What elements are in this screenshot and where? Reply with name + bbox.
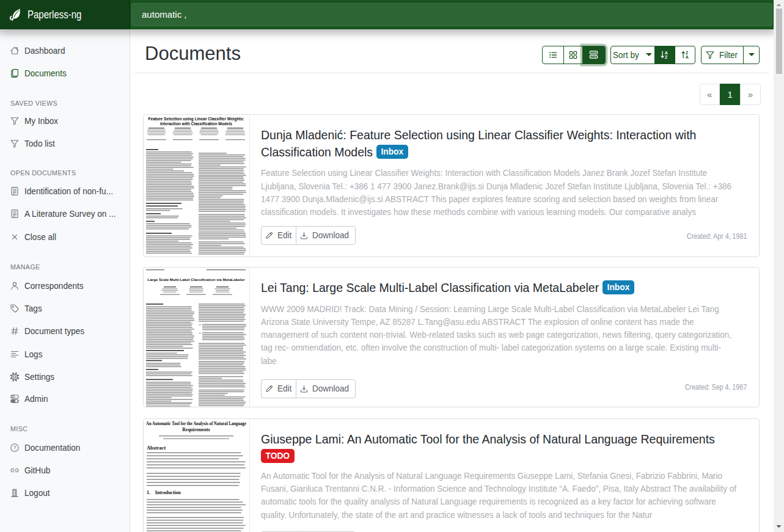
svg-text:Requirements: Requirements <box>182 427 210 432</box>
svg-text:Interaction with Classificatio: Interaction with Classification Models <box>160 122 232 126</box>
svg-text:Abstract: Abstract <box>147 445 166 451</box>
svg-text:A: A <box>665 51 668 55</box>
svg-text:Feature Selection using Linear: Feature Selection using Linear Classifie… <box>148 117 244 122</box>
svg-text:An Automatic Tool for the Anal: An Automatic Tool for the Analysis of Na… <box>146 421 247 426</box>
svg-text:Z: Z <box>665 55 668 59</box>
svg-text:1. Introduction: 1. Introduction <box>147 490 181 495</box>
svg-text:A: A <box>685 55 688 59</box>
svg-text:Z: Z <box>686 51 689 55</box>
svg-text:Large Scale Multi-Label Classi: Large Scale Multi-Label Classification v… <box>147 277 245 282</box>
svg-text:?: ? <box>13 445 16 451</box>
